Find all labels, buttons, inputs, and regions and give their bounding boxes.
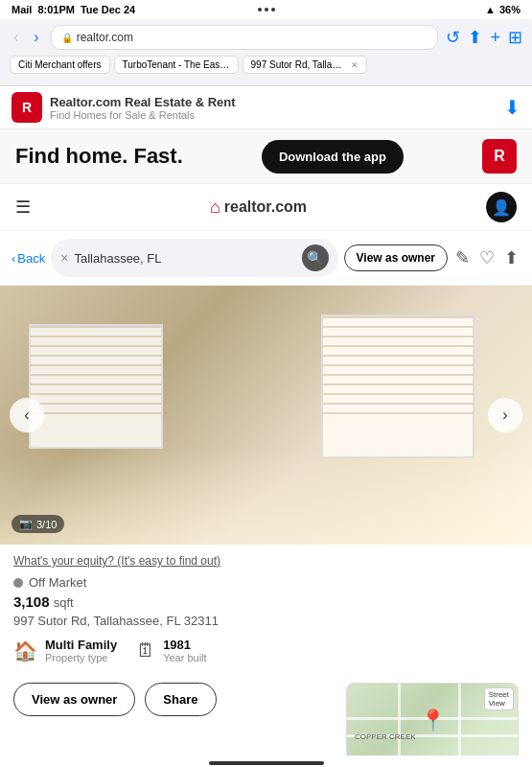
banner-logo: R xyxy=(482,139,517,174)
off-market-dot xyxy=(13,578,23,588)
tab-citi[interactable]: Citi Merchant offers xyxy=(10,56,110,74)
back-nav-button[interactable]: ‹ xyxy=(10,27,22,48)
action-btn-row: View as owner Share xyxy=(13,683,336,716)
property-type-item: 🏠 Multi Family Property type xyxy=(13,638,117,663)
share-browser-button[interactable]: ⬆ xyxy=(468,27,482,48)
home-indicator xyxy=(0,755,532,767)
neighborhood-label: COPPER CREEK xyxy=(355,732,416,741)
sqft-unit: sqft xyxy=(54,595,74,610)
date-label: Tue Dec 24 xyxy=(81,4,135,15)
realtor-logo: ⌂ realtor.com xyxy=(210,198,307,218)
edit-button[interactable]: ✎ xyxy=(453,245,472,270)
sqft-row: 3,108 sqft xyxy=(13,593,519,610)
map-pin: 📍 xyxy=(420,709,446,733)
banner-ad: Find home. Fast. Download the app R xyxy=(0,129,532,184)
property-info-row: 🏠 Multi Family Property type 🗓 1981 Year… xyxy=(13,638,519,663)
tabs-button[interactable]: ⊞ xyxy=(508,27,522,48)
app-subtitle: Find Homes for Sale & Rentals xyxy=(50,109,504,121)
forward-nav-button[interactable]: › xyxy=(30,27,42,48)
status-bar: Mail 8:01PM Tue Dec 24 ▲ 36% xyxy=(0,0,532,19)
property-details: What's your equity? (It's easy to find o… xyxy=(0,545,532,683)
property-type-text: Multi Family Property type xyxy=(45,638,117,663)
address-text: realtor.com xyxy=(77,31,133,44)
menu-icon[interactable]: ☰ xyxy=(15,197,31,218)
window-right xyxy=(321,314,474,458)
year-built-item: 🗓 1981 Year built xyxy=(136,638,206,663)
tab-close-icon[interactable]: ✕ xyxy=(351,60,359,70)
sqft-value: 3,108 xyxy=(13,593,50,610)
view-as-owner-button[interactable]: View as owner xyxy=(13,683,135,716)
banner-text: Find home. Fast. xyxy=(15,144,183,169)
off-market-text: Off Market xyxy=(29,575,86,590)
realtor-logo-text: realtor.com xyxy=(224,198,307,216)
download-icon[interactable]: ⬇ xyxy=(504,96,520,119)
favorite-button[interactable]: ♡ xyxy=(477,245,497,270)
house-icon: 🏠 xyxy=(13,639,37,662)
add-tab-button[interactable]: + xyxy=(490,28,500,48)
street-view-badge[interactable]: StreetView xyxy=(484,687,514,710)
lock-icon: 🔒 xyxy=(61,33,73,43)
back-button[interactable]: ‹ Back xyxy=(12,251,45,266)
wifi-icon: ▲ xyxy=(485,4,496,15)
map-background: 📍 COPPER CREEK StreetView Google Map dat… xyxy=(347,684,518,767)
search-icon: 🔍 xyxy=(307,250,323,266)
share-listing-button[interactable]: ⬆ xyxy=(502,245,520,270)
tab-realtor[interactable]: 997 Sutor Rd, Tallahassee, FL 32... ✕ xyxy=(243,56,367,74)
tab-turbotenant-label: TurboTenant - The Easiest Landlo... xyxy=(123,59,230,70)
search-input-container[interactable]: × Tallahassee, FL 🔍 xyxy=(51,239,337,277)
site-header: ☰ ⌂ realtor.com 👤 xyxy=(0,184,532,231)
tab-turbotenant[interactable]: TurboTenant - The Easiest Landlo... xyxy=(114,56,239,74)
tab-realtor-label: 997 Sutor Rd, Tallahassee, FL 32... xyxy=(251,59,347,70)
back-label: Back xyxy=(17,251,45,266)
app-logo: R xyxy=(12,92,42,123)
address-bar[interactable]: 🔒 realtor.com xyxy=(51,25,439,50)
map-container[interactable]: 📍 COPPER CREEK StreetView Google Map dat… xyxy=(346,683,519,767)
browser-tabs-row: Citi Merchant offers TurboTenant - The E… xyxy=(10,56,522,74)
off-market-row: Off Market xyxy=(13,575,519,590)
next-photo-button[interactable]: › xyxy=(488,398,522,432)
reload-button[interactable]: ↺ xyxy=(446,27,460,48)
app-header: R Realtor.com Real Estate & Rent Find Ho… xyxy=(0,86,532,129)
share-button[interactable]: Share xyxy=(145,683,216,716)
property-image xyxy=(0,286,532,545)
prev-photo-button[interactable]: ‹ xyxy=(10,398,44,432)
property-type-value: Multi Family xyxy=(45,638,117,652)
action-buttons: View as owner Share xyxy=(13,683,336,716)
property-type-label: Property type xyxy=(45,652,117,663)
photo-count-text: 3/10 xyxy=(36,519,57,530)
user-avatar[interactable]: 👤 xyxy=(486,192,517,222)
user-icon: 👤 xyxy=(492,198,511,217)
property-image-container: ‹ › 📷 3/10 xyxy=(0,286,532,545)
time-label: 8:01PM xyxy=(37,4,75,15)
battery-label: 36% xyxy=(499,4,520,15)
home-bar xyxy=(209,761,324,765)
tab-citi-label: Citi Merchant offers xyxy=(18,59,102,70)
bottom-row: View as owner Share 📍 COPPER CREEK Stree… xyxy=(0,683,532,767)
app-header-text: Realtor.com Real Estate & Rent Find Home… xyxy=(50,95,504,121)
camera-icon: 📷 xyxy=(19,518,33,530)
realtor-house-icon: ⌂ xyxy=(210,198,220,218)
year-built-text: 1981 Year built xyxy=(163,638,206,663)
app-title: Realtor.com Real Estate & Rent xyxy=(50,95,504,109)
search-value-text: Tallahassee, FL xyxy=(74,251,295,266)
download-app-button[interactable]: Download the app xyxy=(262,140,404,174)
calendar-icon: 🗓 xyxy=(136,639,155,662)
carrier-label: Mail xyxy=(12,4,32,15)
search-row: ‹ Back × Tallahassee, FL 🔍 View as owner… xyxy=(0,231,532,286)
photo-counter: 📷 3/10 xyxy=(12,515,64,533)
search-submit-button[interactable]: 🔍 xyxy=(302,244,329,271)
window-left xyxy=(29,324,163,449)
browser-chrome: ‹ › 🔒 realtor.com ↺ ⬆ + ⊞ Citi Merchant … xyxy=(0,19,532,86)
clear-search-button[interactable]: × xyxy=(60,250,68,266)
app-logo-letter: R xyxy=(22,100,32,115)
property-address: 997 Sutor Rd, Tallahassee, FL 32311 xyxy=(13,614,519,628)
year-built-label: Year built xyxy=(163,652,206,663)
back-chevron-icon: ‹ xyxy=(12,251,15,266)
year-built-value: 1981 xyxy=(163,638,206,652)
view-as-owner-header-button[interactable]: View as owner xyxy=(344,244,448,271)
equity-link[interactable]: What's your equity? (It's easy to find o… xyxy=(13,554,519,568)
browser-nav: ‹ › 🔒 realtor.com ↺ ⬆ + ⊞ xyxy=(10,25,522,50)
